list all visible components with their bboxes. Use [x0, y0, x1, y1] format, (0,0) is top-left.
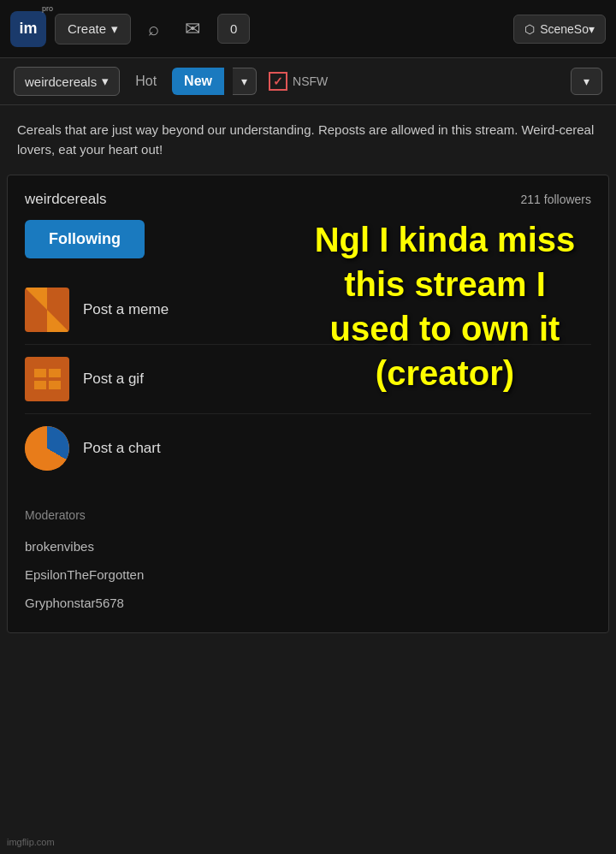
chart-pie-icon [25, 426, 69, 471]
gif-rect [49, 369, 61, 377]
post-chart-item[interactable]: Post a chart [25, 414, 591, 483]
post-meme-label: Post a meme [83, 301, 169, 318]
followers-count: 211 followers [521, 193, 592, 206]
panel-container: weirdcereals 211 followers Following Pos… [0, 175, 616, 633]
watermark: imgflip.com [7, 837, 55, 847]
chart-icon [25, 426, 69, 471]
nsfw-area: ✓ NSFW [269, 72, 328, 91]
new-dropdown-chevron-icon: ▾ [241, 74, 247, 88]
scenesort-label: SceneSo▾ [540, 22, 595, 36]
nsfw-checkbox[interactable]: ✓ [269, 72, 287, 91]
create-label: Create [68, 21, 106, 36]
new-label: New [184, 74, 212, 88]
scenesort-icon: ⬡ [524, 22, 535, 36]
gif-rect [34, 381, 46, 389]
stream-selector[interactable]: weirdcereals ▾ [14, 67, 120, 96]
top-navigation: pro im Create ▾ ⌕ ✉ 0 ⬡ SceneSo▾ [0, 0, 616, 58]
logo-text: im [19, 20, 37, 38]
nsfw-check-icon: ✓ [273, 74, 283, 88]
new-dropdown-button[interactable]: ▾ [233, 68, 257, 95]
logo[interactable]: pro im [10, 11, 46, 47]
gif-icon [25, 357, 69, 401]
mail-icon: ✉ [185, 18, 200, 39]
moderator-item[interactable]: EpsilonTheForgotten [25, 560, 591, 589]
moderator-item[interactable]: Gryphonstar5678 [25, 589, 591, 617]
gif-row-2 [34, 381, 61, 389]
scenesort-button[interactable]: ⬡ SceneSo▾ [513, 15, 606, 44]
panel-stream-name: weirdcereals [25, 191, 106, 208]
panel-header: weirdcereals 211 followers [25, 191, 591, 208]
create-button[interactable]: Create ▾ [55, 14, 131, 44]
post-gif-label: Post a gif [83, 371, 144, 388]
notif-count: 0 [230, 21, 237, 36]
logo-area: pro im [10, 11, 46, 47]
filter-chevron-icon: ▾ [583, 74, 589, 88]
gif-row-1 [34, 369, 61, 377]
moderators-section: Moderators brokenvibes EpsilonTheForgott… [25, 500, 591, 617]
post-actions: Post a meme Post a gif [25, 276, 591, 483]
search-button[interactable]: ⌕ [139, 15, 168, 44]
stream-bar: weirdcereals ▾ Hot New ▾ ✓ NSFW ▾ [0, 58, 616, 105]
search-icon: ⌕ [148, 18, 159, 39]
description-text: Cereals that are just way beyond our und… [17, 121, 599, 159]
moderators-title: Moderators [25, 508, 591, 522]
new-button[interactable]: New [172, 68, 224, 95]
sidebar-panel: weirdcereals 211 followers Following Pos… [7, 175, 609, 633]
nsfw-label: NSFW [293, 74, 328, 88]
post-meme-item[interactable]: Post a meme [25, 276, 591, 345]
filter-dropdown-button[interactable]: ▾ [571, 68, 602, 95]
pro-badge: pro [42, 4, 53, 13]
stream-select-chevron-icon: ▾ [102, 74, 109, 89]
post-gif-item[interactable]: Post a gif [25, 345, 591, 414]
moderator-item[interactable]: brokenvibes [25, 532, 591, 560]
mail-button[interactable]: ✉ [176, 15, 209, 44]
stream-select-label: weirdcereals [25, 74, 97, 89]
create-chevron-icon: ▾ [111, 21, 118, 37]
following-label: Following [49, 230, 121, 247]
hot-label: Hot [128, 68, 163, 95]
gif-rect [34, 369, 46, 377]
notifications-button[interactable]: 0 [217, 14, 250, 44]
post-chart-label: Post a chart [83, 440, 161, 457]
gif-rect [49, 381, 61, 389]
stream-description: Cereals that are just way beyond our und… [0, 105, 616, 175]
gif-icon-inner [29, 364, 66, 394]
following-button[interactable]: Following [25, 220, 145, 258]
meme-icon [25, 288, 69, 332]
